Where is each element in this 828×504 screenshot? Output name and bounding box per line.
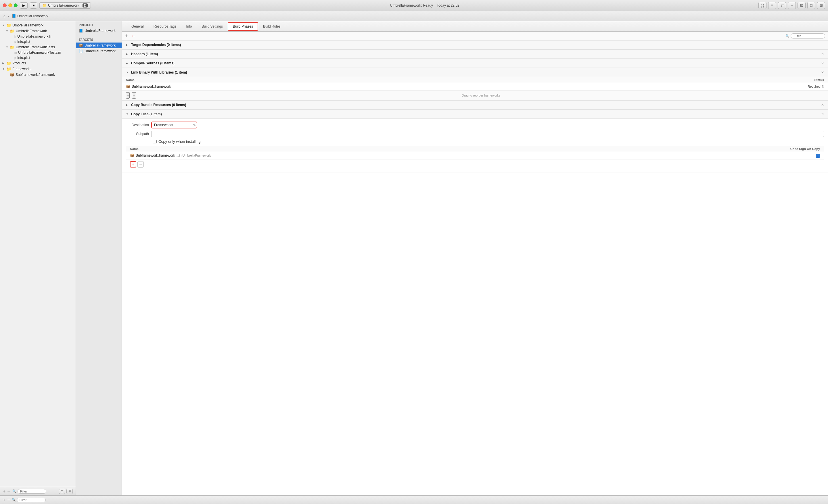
sidebar-filter-input[interactable]: [17, 489, 46, 494]
list-view-button[interactable]: ☰: [59, 489, 65, 494]
global-remove-button[interactable]: −: [7, 497, 10, 503]
stop-button[interactable]: ■: [30, 2, 37, 9]
tests-m-label: UmbrellaFrameworkTests.m: [18, 51, 61, 55]
layout1-icon-btn[interactable]: ⊡: [797, 2, 805, 9]
sidebar-item-frameworks[interactable]: ▼ 📁 Frameworks: [0, 66, 76, 72]
sidebar-item-umbrella-group[interactable]: ▼ 📁 UmbrellaFramework: [0, 28, 76, 34]
phase-headers-header[interactable]: ▶ Headers (1 item) ✕: [122, 50, 828, 59]
link-add-button[interactable]: +: [126, 92, 130, 99]
sidebar-item-info-plist-2[interactable]: ▶ p Info.plist: [0, 55, 76, 60]
umbrella-group-label: UmbrellaFramework: [16, 29, 47, 33]
destination-row: Destination Frameworks Resources Executa…: [126, 122, 824, 129]
tests-folder-icon: 📁: [10, 45, 15, 49]
copy-files-close-button[interactable]: ✕: [821, 112, 824, 116]
compile-close-button[interactable]: ✕: [821, 61, 824, 65]
grid-view-button[interactable]: ⊞: [67, 489, 73, 494]
breadcrumb-path: 📘 UmbrellaFramework: [12, 14, 48, 18]
editor-icon-btn[interactable]: ≡: [768, 2, 776, 9]
copy-only-checkbox[interactable]: [153, 140, 157, 143]
run-button[interactable]: ▶: [20, 2, 28, 9]
layout2-icon-btn[interactable]: □: [807, 2, 815, 9]
sidebar-remove-button[interactable]: −: [7, 489, 10, 494]
subpath-input[interactable]: [151, 131, 824, 137]
tab-build-rules[interactable]: Build Rules: [258, 22, 286, 31]
sidebar-item-subframework[interactable]: ▶ 📦 Subframework.framework: [0, 72, 76, 77]
sidebar-bottom-bar: + − 🔍 ☰ ⊞: [0, 487, 76, 495]
sidebar-item-tests-m[interactable]: ▶ m UmbrellaFrameworkTests.m: [0, 50, 76, 55]
phase-link-title: Link Binary With Libraries (1 item): [131, 71, 819, 75]
global-add-button[interactable]: +: [3, 497, 5, 503]
global-filter-icon: 🔍: [12, 498, 16, 502]
framework-icon: 📦: [10, 73, 14, 77]
frameworks-label: Frameworks: [12, 67, 31, 71]
add-remove-bar: + −: [126, 159, 824, 169]
sidebar-item-info-plist-1[interactable]: ▶ p Info.plist: [0, 39, 76, 44]
breadcrumb-area[interactable]: 📁 UmbrellaFramework › D: [39, 2, 91, 9]
target-doc-icon-2: 📄: [79, 49, 83, 53]
phase-target-dependencies-title: Target Dependencies (0 items): [131, 43, 824, 47]
phase-copy-files-header[interactable]: ▼ Copy Files (1 item) ✕: [122, 110, 828, 119]
sidebar-add-button[interactable]: +: [3, 489, 5, 494]
destination-label: Destination: [126, 123, 149, 127]
phase-headers-title: Headers (1 item): [131, 52, 819, 56]
copy-files-body: Destination Frameworks Resources Executa…: [122, 119, 828, 172]
folder-icon: 📁: [43, 3, 47, 7]
link-item-name: 📦 Subframework.framework: [122, 83, 606, 90]
link-close-button[interactable]: ✕: [821, 71, 824, 75]
subpath-row: Subpath: [126, 131, 824, 137]
table-row: 📦 Subframework.framework Required ⇅: [122, 83, 828, 90]
phase-copy-files: ▼ Copy Files (1 item) ✕ Destination Fram…: [122, 110, 828, 172]
disclosure-frameworks: ▼: [2, 67, 5, 71]
drag-bar: + − Drag to reorder frameworks: [122, 90, 828, 100]
layout3-icon-btn[interactable]: ⊟: [817, 2, 825, 9]
copy-files-add-button[interactable]: +: [130, 161, 136, 168]
sidebar-tree: ▼ 📁 UmbrellaFramework ▼ 📁 UmbrellaFramew…: [0, 21, 76, 487]
nav-back-button[interactable]: ‹: [2, 13, 6, 19]
tab-build-phases[interactable]: Build Phases: [228, 22, 258, 31]
link-remove-button[interactable]: −: [132, 92, 136, 99]
phase-target-dependencies-header[interactable]: ▶ Target Dependencies (0 items): [122, 41, 828, 49]
frameworks-folder-icon: 📁: [6, 67, 11, 71]
phase-copy-bundle-header[interactable]: ▶ Copy Bundle Resources (0 items) ✕: [122, 101, 828, 109]
sidebar-item-tests-group[interactable]: ▼ 📁 UmbrellaFrameworkTests: [0, 44, 76, 50]
plist-icon-1: p: [14, 40, 16, 43]
assistant-icon-btn[interactable]: ⇄: [778, 2, 786, 9]
disclosure-headers: ▶: [126, 53, 129, 55]
content-area: General Resource Tags Info Build Setting…: [122, 21, 828, 495]
tab-info[interactable]: Info: [181, 22, 197, 31]
destination-select-wrapper: Frameworks Resources Executables Java Re…: [151, 122, 197, 129]
sidebar-item-umbrella-h[interactable]: ▶ h UmbrellaFramework.h: [0, 34, 76, 39]
phase-headers: ▶ Headers (1 item) ✕: [122, 50, 828, 59]
global-bottom-bar: + − 🔍: [0, 495, 828, 504]
subframework-label: Subframework.framework: [15, 73, 55, 77]
phases-filter-input[interactable]: [791, 33, 825, 39]
sidebar-item-products[interactable]: ▶ 📁 Products: [0, 60, 76, 66]
link-col-status: Status: [606, 77, 828, 83]
root-label: UmbrellaFramework: [12, 23, 43, 27]
add-phase-button[interactable]: +: [125, 33, 128, 39]
copy-files-remove-button[interactable]: −: [137, 161, 144, 168]
phase-link-header[interactable]: ▼ Link Binary With Libraries (1 item) ✕: [122, 68, 828, 77]
panel-target-umbrella[interactable]: 📦 UmbrellaFramework: [76, 43, 122, 48]
global-filter-input[interactable]: [17, 498, 46, 502]
maximize-button[interactable]: [14, 3, 17, 7]
minimize-button[interactable]: [8, 3, 12, 7]
destination-select[interactable]: Frameworks Resources Executables Java Re…: [151, 122, 197, 129]
phase-compile-header[interactable]: ▶ Compile Sources (0 items) ✕: [122, 59, 828, 68]
code-icon-btn[interactable]: { }: [758, 2, 767, 9]
phases-content: ▶ Target Dependencies (0 items) ▶ Header…: [122, 41, 828, 495]
copy-only-row: Copy only when installing: [126, 139, 824, 144]
close-button[interactable]: [3, 3, 7, 7]
nav-forward-button[interactable]: ›: [7, 13, 10, 19]
headers-close-button[interactable]: ✕: [821, 52, 824, 56]
info-plist-2-label: Info.plist: [17, 56, 30, 60]
code-sign-checkbox[interactable]: ✓: [816, 154, 820, 158]
back-icon-btn[interactable]: ←: [788, 2, 796, 9]
panel-project-item[interactable]: 📘 UmbrellaFramework: [76, 28, 122, 34]
panel-target-umbrella2[interactable]: 📄 UmbrellaFramework...: [76, 48, 122, 54]
copy-bundle-close-button[interactable]: ✕: [821, 103, 824, 107]
tab-build-settings[interactable]: Build Settings: [197, 22, 228, 31]
sidebar-item-root[interactable]: ▼ 📁 UmbrellaFramework: [0, 22, 76, 28]
tab-resource-tags[interactable]: Resource Tags: [149, 22, 181, 31]
tab-general[interactable]: General: [126, 22, 149, 31]
